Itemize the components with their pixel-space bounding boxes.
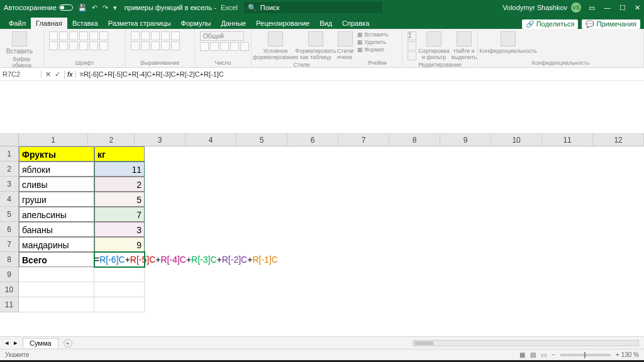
align-row2[interactable] [131, 41, 180, 50]
qat-more-icon[interactable]: ▾ [113, 4, 117, 12]
delete-cells-button[interactable]: ▦ Удалить [357, 39, 389, 45]
col-header[interactable]: 11 [542, 134, 593, 146]
format-cells-button[interactable]: ▦ Формат [357, 47, 389, 53]
find-select-button[interactable]: Найти и выделить [452, 31, 477, 60]
row-header[interactable]: 3 [0, 177, 18, 192]
row-header[interactable]: 8 [0, 252, 18, 267]
account-button[interactable]: Volodymyr Shashkov VS [502, 3, 581, 13]
add-sheet-button[interactable]: + [64, 339, 72, 348]
row-header[interactable]: 2 [0, 162, 18, 177]
select-all-corner[interactable] [0, 134, 19, 146]
cell[interactable]: 3 [94, 222, 145, 237]
name-box[interactable]: R7C2 [0, 70, 42, 78]
row-header[interactable]: 4 [0, 192, 18, 207]
sheet-nav-next-icon[interactable]: ▸ [14, 339, 18, 347]
tab-data[interactable]: Данные [216, 18, 251, 29]
tab-layout[interactable]: Разметка страницы [103, 18, 176, 29]
tab-formulas[interactable]: Формулы [176, 18, 216, 29]
col-header[interactable]: 3 [135, 134, 186, 146]
zoom-out-icon[interactable]: − [552, 351, 555, 358]
enter-formula-icon[interactable]: ✓ [55, 70, 60, 79]
cell[interactable]: апельсины [19, 207, 94, 222]
zoom-slider[interactable] [560, 354, 611, 356]
col-header[interactable]: 4 [186, 134, 236, 146]
cell[interactable] [19, 282, 94, 297]
cells-area[interactable]: Фрукты кг яблоки 11 сливы 2 груши 5 апел… [19, 146, 644, 336]
number-format-combo[interactable]: Общий [200, 31, 244, 41]
row-header[interactable]: 1 [0, 146, 18, 162]
cell[interactable]: Всего [19, 252, 94, 267]
cell[interactable] [94, 282, 145, 297]
cell[interactable]: мандарины [19, 237, 94, 252]
row-header[interactable]: 10 [0, 282, 18, 297]
cell[interactable] [19, 297, 94, 312]
sheet-nav-prev-icon[interactable]: ◂ [5, 339, 9, 347]
autosum-group[interactable]: Σ [408, 31, 416, 60]
col-header[interactable]: 12 [593, 134, 644, 146]
formula-input[interactable]: =R[-6]C+R[-5]C+R[-4]C+R[-3]C+R[-2]C+R[-1… [76, 70, 644, 78]
close-icon[interactable]: ✕ [635, 4, 640, 12]
tab-home[interactable]: Главная [31, 18, 67, 29]
cell[interactable]: яблоки [19, 162, 94, 177]
tab-review[interactable]: Рецензирование [251, 18, 314, 29]
cell[interactable] [94, 297, 145, 312]
minimize-icon[interactable]: — [604, 4, 611, 12]
maximize-icon[interactable]: ☐ [619, 4, 626, 12]
col-header[interactable]: 8 [389, 134, 440, 146]
confidentiality-button[interactable]: Конфиденциальность [483, 31, 533, 54]
cond-format-button[interactable]: Условное форматирование [257, 31, 294, 60]
view-layout-icon[interactable]: ▤ [530, 351, 536, 358]
cell[interactable]: сливы [19, 177, 94, 192]
share-button[interactable]: 🔗 Поделиться [522, 19, 579, 29]
sort-filter-button[interactable]: Сортировка и фильтр [420, 31, 448, 60]
comments-button[interactable]: 💬 Примечания [582, 19, 640, 29]
view-normal-icon[interactable]: ▦ [519, 351, 525, 358]
align-row1[interactable] [131, 31, 180, 40]
row-headers[interactable]: 1 2 3 4 5 6 7 8 9 10 11 [0, 146, 19, 312]
col-header[interactable]: 9 [440, 134, 491, 146]
cell[interactable]: бананы [19, 222, 94, 237]
save-icon[interactable]: 💾 [78, 4, 87, 12]
sheet-tab[interactable]: Сумма [23, 338, 58, 348]
col-header[interactable]: 10 [491, 134, 542, 146]
tab-insert[interactable]: Вставка [67, 18, 103, 29]
spreadsheet-grid[interactable]: 1 2 3 4 5 6 7 8 9 10 11 12 1 2 3 4 5 6 7… [0, 134, 644, 336]
zoom-value[interactable]: + 130 % [616, 351, 639, 358]
row-header[interactable]: 6 [0, 222, 18, 237]
insert-cells-button[interactable]: ▦ Вставить [357, 31, 389, 38]
number-row[interactable] [200, 42, 249, 51]
cancel-formula-icon[interactable]: ✕ [45, 70, 51, 79]
col-header[interactable]: 6 [287, 134, 338, 146]
row-header[interactable]: 9 [0, 267, 18, 282]
paste-button[interactable]: Вставить [5, 31, 34, 55]
row-header[interactable]: 7 [0, 237, 18, 252]
cell[interactable]: 11 [94, 162, 145, 177]
horizontal-scrollbar[interactable] [413, 340, 639, 346]
ribbon-display-icon[interactable]: ▭ [589, 4, 595, 12]
col-header[interactable]: 5 [236, 134, 287, 146]
tab-view[interactable]: Вид [314, 18, 337, 29]
row-header[interactable]: 5 [0, 207, 18, 222]
fx-icon[interactable]: fx [65, 70, 76, 78]
col-header[interactable]: 1 [19, 134, 88, 146]
undo-icon[interactable]: ↶ [92, 4, 97, 12]
cell[interactable]: Фрукты [19, 146, 94, 162]
cell[interactable]: 5 [94, 192, 145, 207]
cell[interactable]: кг [94, 146, 145, 162]
redo-icon[interactable]: ↷ [103, 4, 108, 12]
search-box[interactable]: 🔍 Поиск [244, 2, 382, 13]
row-header[interactable]: 11 [0, 297, 18, 312]
cell[interactable]: груши [19, 192, 94, 207]
format-table-button[interactable]: Форматировать как таблицу [298, 31, 333, 60]
font-style-row[interactable] [49, 41, 108, 50]
tab-file[interactable]: Файл [4, 18, 31, 29]
column-headers[interactable]: 1 2 3 4 5 6 7 8 9 10 11 12 [19, 134, 644, 146]
col-header[interactable]: 7 [338, 134, 389, 146]
cell[interactable]: 9 [94, 237, 145, 252]
cell[interactable]: 2 [94, 177, 145, 192]
cell[interactable] [94, 267, 145, 282]
tab-help[interactable]: Справка [337, 18, 374, 29]
cell[interactable]: 7 [94, 207, 145, 222]
col-header[interactable]: 2 [88, 134, 135, 146]
cell-styles-button[interactable]: Стили ячеек [337, 31, 353, 60]
